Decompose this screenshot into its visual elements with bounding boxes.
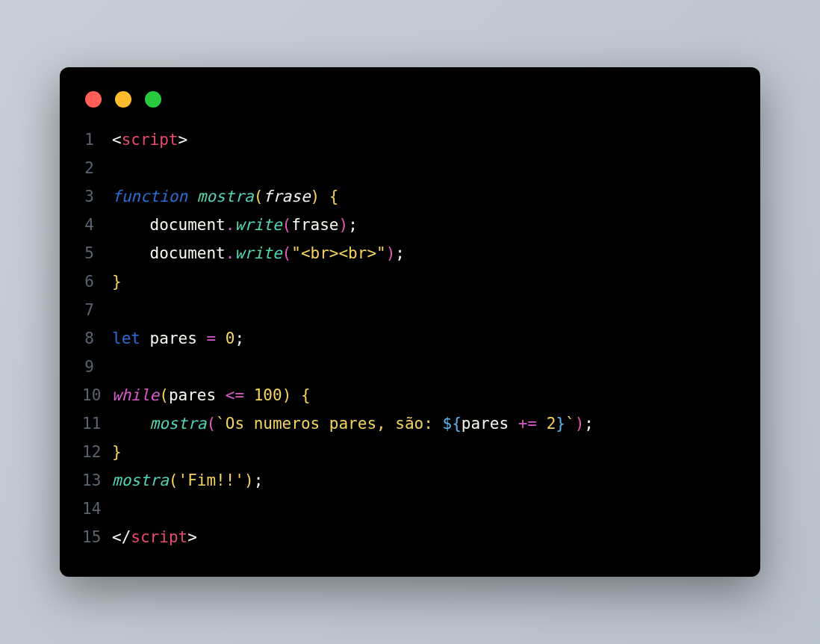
line-number: 14 [82,495,112,523]
line-number: 1 [82,126,112,154]
code-content: mostra(`Os numeros pares, são: ${pares +… [112,409,594,438]
code-content: </script> [112,523,197,551]
code-line: 1 <script> [82,126,738,154]
code-line: 13 mostra('Fim!!'); [82,466,738,495]
line-number: 4 [82,211,112,239]
code-content: } [112,438,122,466]
code-content: } [112,267,122,296]
code-line: 7 [82,296,738,324]
line-number: 6 [82,267,112,296]
line-number: 9 [82,353,112,381]
code-line: 2 [82,154,738,182]
line-number: 5 [82,239,112,267]
minimize-button[interactable] [115,91,131,108]
code-line: 12 } [82,438,738,466]
code-line: 3 function mostra(frase) { [82,182,738,211]
code-line: 10 while(pares <= 100) { [82,381,738,409]
line-number: 15 [82,523,112,551]
code-line: 8 let pares = 0; [82,324,738,353]
code-content: while(pares <= 100) { [112,381,311,409]
code-line: 14 [82,495,738,523]
code-content: document.write("<br><br>"); [112,239,405,267]
maximize-button[interactable] [145,91,161,108]
code-line: 15 </script> [82,523,738,551]
line-number: 13 [82,466,112,495]
code-content: mostra('Fim!!'); [112,466,263,495]
code-editor[interactable]: 1 <script> 2 3 function mostra(frase) { … [60,126,760,559]
line-number: 10 [82,381,112,409]
line-number: 3 [82,182,112,211]
code-line: 9 [82,353,738,381]
line-number: 8 [82,324,112,353]
code-window: 1 <script> 2 3 function mostra(frase) { … [60,67,760,577]
code-content: let pares = 0; [112,324,244,353]
code-line: 4 document.write(frase); [82,211,738,239]
code-content: document.write(frase); [112,211,358,239]
code-content: <script> [112,126,187,154]
line-number: 12 [82,438,112,466]
code-line: 6 } [82,267,738,296]
traffic-lights [60,85,760,126]
code-line: 5 document.write("<br><br>"); [82,239,738,267]
code-line: 11 mostra(`Os numeros pares, são: ${pare… [82,409,738,438]
line-number: 2 [82,154,112,182]
line-number: 11 [82,409,112,438]
code-content: function mostra(frase) { [112,182,339,211]
close-button[interactable] [85,91,102,108]
line-number: 7 [82,296,112,324]
